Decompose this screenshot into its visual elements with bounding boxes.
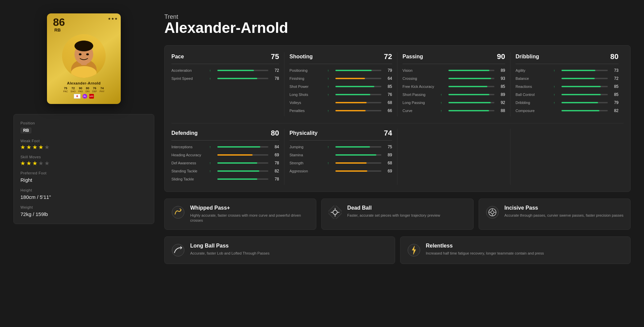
svg-point-4	[79, 53, 82, 55]
playstyles-grid-top: Whipped Pass+ Highly accurate, faster cr…	[164, 199, 631, 230]
card-position: RB	[54, 28, 61, 33]
position-label: Position	[20, 121, 147, 125]
stat-positioning: Positioning ↑ 79	[289, 68, 392, 73]
weight-value: 72kg / 159lb	[20, 211, 147, 217]
incisive-pass-name: Incisive Pass	[504, 205, 624, 211]
preferred-foot-label: Preferred Foot	[20, 171, 147, 175]
shooting-header: Shooting 72	[289, 52, 392, 64]
star-2	[111, 17, 114, 20]
stat-interceptions: Interceptions ↑ 84	[171, 145, 279, 149]
stat-composure: Composure ↑ 82	[516, 108, 619, 113]
defending-total: 80	[271, 129, 279, 138]
england-flag	[74, 94, 80, 99]
weight-label: Weight	[20, 205, 147, 209]
sm-star-3	[33, 161, 37, 166]
sm-star-2	[26, 161, 31, 166]
card-stat-dri: 80 DRI	[86, 87, 90, 93]
stat-balance: Balance ↑ 72	[516, 76, 619, 81]
stat-stamina: Stamina ↑ 89	[289, 153, 392, 157]
stat-long-passing: Long Passing ↑ 92	[402, 100, 505, 105]
playstyles-grid-bottom: Long Ball Pass Accurate, faster Lob and …	[164, 236, 631, 264]
dead-ball-icon	[328, 205, 342, 220]
svg-point-5	[86, 53, 89, 55]
stat-reactions: Reactions ↑ 85	[516, 84, 619, 89]
player-card: 86 RB	[47, 13, 121, 104]
incisive-pass-content: Incisive Pass Accurate through passes, c…	[504, 205, 624, 218]
star-1	[108, 17, 111, 20]
pace-column: Pace 75 Acceleration ↑ 72 Sprint Speed ↑…	[171, 52, 284, 116]
wf-star-4	[39, 145, 43, 150]
stat-short-passing: Short Passing ↑ 89	[402, 92, 505, 97]
dribbling-category-name: Dribbling	[516, 54, 539, 60]
stat-curve: Curve ↑ 88	[402, 108, 505, 113]
sm-star-5	[45, 161, 49, 166]
sm-star-1	[20, 161, 25, 166]
skill-moves-label: Skill Moves	[20, 155, 147, 159]
stat-acceleration: Acceleration ↑ 72	[171, 68, 279, 73]
position-badge: RB	[20, 127, 32, 133]
stat-sliding-tackle: Sliding Tackle ↑ 78	[171, 177, 279, 181]
whipped-pass-desc: Highly accurate, faster crosses with mor…	[190, 213, 310, 223]
physicality-header: Physicality 74	[289, 129, 392, 141]
dead-ball-desc: Faster, accurate set pieces with longer …	[347, 213, 467, 218]
weak-foot-stars	[20, 145, 147, 150]
height-section: Height 180cm / 5'11"	[20, 188, 147, 200]
stat-ball-control: Ball Control ↑ 85	[516, 92, 619, 97]
preferred-foot-section: Preferred Foot Right	[20, 171, 147, 183]
long-ball-pass-content: Long Ball Pass Accurate, faster Lob and …	[190, 243, 389, 256]
svg-point-7	[172, 206, 184, 218]
physicality-category-name: Physicality	[289, 130, 318, 136]
player-silhouette-svg	[65, 34, 102, 78]
playstyle-whipped-pass-plus: Whipped Pass+ Highly accurate, faster cr…	[164, 199, 316, 230]
whipped-pass-content: Whipped Pass+ Highly accurate, faster cr…	[190, 205, 310, 223]
position-section: Position RB	[20, 121, 147, 133]
wf-star-2	[26, 145, 31, 150]
card-stat-pac: 75 PAC	[63, 87, 68, 93]
height-value: 180cm / 5'11"	[20, 194, 147, 200]
player-title-section: Trent Alexander-Arnold	[164, 10, 631, 39]
dribbling-column: Dribbling 80 Agility ↑ 73 Balance ↑ 72	[511, 52, 624, 116]
relentless-content: Relentless Increased half time fatigue r…	[426, 243, 625, 256]
stat-long-shots: Long Shots ↑ 76	[289, 92, 392, 97]
svg-point-3	[74, 41, 93, 51]
left-panel: 86 RB	[13, 10, 154, 264]
incisive-pass-icon	[485, 205, 500, 220]
svg-point-14	[486, 206, 498, 218]
preferred-foot-value: Right	[20, 177, 147, 183]
stat-heading-accuracy: Heading Accuracy ↑ 69	[171, 153, 279, 157]
dead-ball-content: Dead Ball Faster, accurate set pieces wi…	[347, 205, 467, 218]
league-badge: PL	[83, 94, 87, 99]
right-panel: Trent Alexander-Arnold Pace 75 Accelerat…	[164, 10, 631, 264]
stat-shot-power: Shot Power ↑ 85	[289, 84, 392, 89]
stat-free-kick-accuracy: Free Kick Accuracy ↑ 85	[402, 84, 505, 89]
sm-star-4	[39, 161, 43, 166]
defending-header: Defending 80	[171, 129, 279, 141]
shooting-category-name: Shooting	[289, 54, 313, 60]
weak-foot-label: Weak Foot	[20, 139, 147, 143]
empty-col-1	[397, 129, 511, 185]
star-3	[115, 17, 117, 20]
physicality-column: Physicality 74 Jumping ↑ 75 Stamina ↑ 89	[284, 129, 397, 185]
stat-vision: Vision ↑ 89	[402, 68, 505, 73]
playstyle-relentless: Relentless Increased half time fatigue r…	[400, 236, 631, 264]
playstyle-long-ball-pass: Long Ball Pass Accurate, faster Lob and …	[164, 236, 395, 264]
stat-penalties: Penalties ↑ 66	[289, 108, 392, 113]
weight-section: Weight 72kg / 159lb	[20, 205, 147, 217]
card-stat-pas: 90 PAS	[78, 87, 83, 93]
defending-category-name: Defending	[171, 130, 198, 136]
stats-grid: Pace 75 Acceleration ↑ 72 Sprint Speed ↑…	[171, 52, 624, 116]
playstyle-dead-ball: Dead Ball Faster, accurate set pieces wi…	[321, 199, 473, 230]
pace-total: 75	[271, 52, 279, 61]
wf-star-3	[33, 145, 37, 150]
relentless-icon	[407, 243, 421, 258]
skill-moves-section: Skill Moves	[20, 155, 147, 166]
stat-sprint-speed: Sprint Speed ↑ 78	[171, 76, 279, 81]
wf-star-5	[45, 145, 49, 150]
shooting-column: Shooting 72 Positioning ↑ 79 Finishing ↑…	[284, 52, 397, 116]
skill-moves-stars	[20, 161, 147, 166]
stat-agility: Agility ↑ 73	[516, 68, 619, 73]
player-image	[62, 34, 106, 78]
height-label: Height	[20, 188, 147, 192]
physicality-total: 74	[384, 129, 392, 138]
stat-aggression: Aggression ↑ 69	[289, 169, 392, 173]
